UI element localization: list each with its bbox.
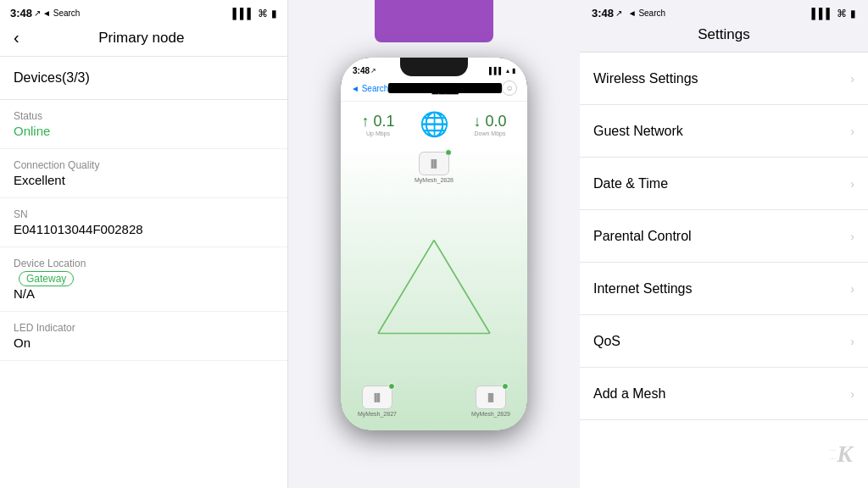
svg-line-0 xyxy=(378,241,434,334)
settings-item-qos[interactable]: QoS › xyxy=(580,315,868,368)
node-label-br: MyMesh_2829 xyxy=(471,411,510,417)
upload-stat: ↑ 0.1 Up Mbps xyxy=(361,113,394,136)
settings-item-add-mesh[interactable]: Add a Mesh › xyxy=(580,368,868,420)
right-status-bar: 3:48 ↗ ◄ Search ▌▌▌ ⌘ ▮ xyxy=(580,0,868,23)
node-icon-br: ▐▌ xyxy=(486,393,497,402)
left-status-bar: 3:48 ↗ ◄ Search ▌▌▌ ⌘ ▮ xyxy=(0,0,287,23)
knome-dots-icon: ······ xyxy=(830,446,837,463)
right-nav-title: Settings xyxy=(593,26,854,43)
gateway-badge: Gateway xyxy=(19,271,74,286)
node-label-top: MyMesh_2828 xyxy=(415,177,453,183)
avatar-icon: ☺ xyxy=(505,84,513,92)
down-arrow-icon: ↓ xyxy=(473,113,481,130)
svg-line-1 xyxy=(434,241,490,334)
wireless-settings-label: Wireless Settings xyxy=(593,71,850,86)
phone-battery-icon: ▮ xyxy=(512,67,515,75)
node-box-top: ▐▌ xyxy=(419,152,449,175)
status-label: Status xyxy=(14,110,274,122)
download-label: Down Mbps xyxy=(473,130,506,136)
knome-watermark: ······ K xyxy=(830,441,853,468)
phone-notch xyxy=(400,58,468,76)
status-item: Status Online xyxy=(0,100,287,149)
upload-label: Up Mbps xyxy=(361,130,394,136)
phone-mesh-area: ▐▌ MyMesh_2828 ▐▌ MyMesh_2827 ▐▌ xyxy=(341,143,527,430)
node-box-bl: ▐▌ xyxy=(362,385,392,409)
left-wifi-icon: ⌘ xyxy=(258,8,268,19)
device-location-row: Gateway xyxy=(14,271,274,286)
node-label-bl: MyMesh_2827 xyxy=(358,411,397,417)
settings-item-parental[interactable]: Parental Control › xyxy=(580,210,868,263)
settings-item-internet[interactable]: Internet Settings › xyxy=(580,263,868,315)
left-nav: ‹ Primary node xyxy=(0,23,287,57)
left-signal-icon: ▌▌▌ xyxy=(232,8,254,19)
internet-settings-label: Internet Settings xyxy=(593,281,850,297)
left-arrow: ↗ xyxy=(34,8,41,18)
wireless-settings-chevron: › xyxy=(850,72,854,86)
led-indicator-label: LED Indicator xyxy=(14,322,274,334)
phone-wifi-icon: ▴ xyxy=(506,67,509,75)
phone-status-icons: ▌▌▌ ▴ ▮ xyxy=(489,67,515,75)
phone-device: 3:48 ↗ ▌▌▌ ▴ ▮ ◄ Search ████ ☺ ↑ xyxy=(341,58,527,430)
phone-avatar[interactable]: ☺ xyxy=(502,80,517,96)
right-panel: 3:48 ↗ ◄ Search ▌▌▌ ⌘ ▮ Settings Wireles… xyxy=(580,0,868,488)
node-icon-top: ▐▌ xyxy=(429,159,440,168)
device-location-item: Device Location Gateway N/A xyxy=(0,247,287,312)
left-nav-title: Primary node xyxy=(30,30,253,47)
guest-network-chevron: › xyxy=(850,125,854,138)
led-indicator-item: LED Indicator On xyxy=(0,312,287,361)
settings-item-guest[interactable]: Guest Network › xyxy=(580,105,868,158)
mesh-node-bottom-right[interactable]: ▐▌ MyMesh_2829 xyxy=(471,385,510,417)
left-back-button[interactable]: ‹ xyxy=(14,28,19,47)
add-mesh-chevron: › xyxy=(850,387,854,401)
device-location-label: Device Location xyxy=(14,258,274,269)
phone-nav: ◄ Search ████ ☺ xyxy=(341,79,527,102)
add-mesh-label: Add a Mesh xyxy=(593,386,850,402)
right-nav: Settings xyxy=(580,23,868,53)
parental-control-label: Parental Control xyxy=(593,229,850,244)
center-phone-area: 3:48 ↗ ▌▌▌ ▴ ▮ ◄ Search ████ ☺ ↑ xyxy=(288,0,580,488)
guest-network-label: Guest Network xyxy=(593,124,850,139)
globe-icon: 🌐 xyxy=(420,110,449,138)
upload-value: ↑ 0.1 xyxy=(361,113,394,130)
right-status-icons: ▌▌▌ ⌘ ▮ xyxy=(811,8,856,19)
led-indicator-value: On xyxy=(14,336,274,350)
right-arrow: ↗ xyxy=(615,8,622,18)
date-time-chevron: › xyxy=(850,177,854,191)
left-search-back: ◄ Search xyxy=(42,8,80,18)
globe-stat: 🌐 xyxy=(420,110,449,138)
up-arrow-icon: ↑ xyxy=(361,113,369,130)
right-wifi-icon: ⌘ xyxy=(837,8,847,19)
sn-label: SN xyxy=(14,208,274,220)
devices-section: Devices(3/3) xyxy=(0,57,287,100)
device-location-value: N/A xyxy=(14,286,274,301)
settings-list: Wireless Settings › Guest Network › Date… xyxy=(580,53,868,488)
phone-arrow: ↗ xyxy=(370,67,376,75)
date-time-label: Date & Time xyxy=(593,176,850,191)
phone-stats: ↑ 0.1 Up Mbps 🌐 ↓ 0.0 Down Mbps xyxy=(341,102,527,143)
settings-item-wireless[interactable]: Wireless Settings › xyxy=(580,53,868,105)
mesh-node-top[interactable]: ▐▌ MyMesh_2828 xyxy=(415,152,453,183)
download-stat: ↓ 0.0 Down Mbps xyxy=(473,113,506,136)
knome-k-logo: K xyxy=(837,441,853,468)
left-time: 3:48 xyxy=(10,7,32,19)
phone-back[interactable]: ◄ Search xyxy=(351,84,388,93)
right-signal-icon: ▌▌▌ xyxy=(811,8,833,19)
connection-quality-label: Connection Quality xyxy=(14,159,274,171)
download-value: ↓ 0.0 xyxy=(473,113,506,130)
qos-chevron: › xyxy=(850,335,854,348)
node-dot-bl xyxy=(388,383,395,390)
mesh-node-bottom-left[interactable]: ▐▌ MyMesh_2827 xyxy=(358,385,397,417)
phone-nav-title: ████ xyxy=(388,83,502,93)
devices-label: Devices(3/3) xyxy=(14,70,90,85)
left-panel: 3:48 ↗ ◄ Search ▌▌▌ ⌘ ▮ ‹ Primary node D… xyxy=(0,0,288,488)
right-battery-icon: ▮ xyxy=(850,8,856,19)
purple-bar xyxy=(375,0,493,42)
sn-value: E0411013044F002828 xyxy=(14,222,274,236)
right-search-back: ◄ Search xyxy=(628,8,665,18)
settings-item-datetime[interactable]: Date & Time › xyxy=(580,158,868,210)
right-time: 3:48 xyxy=(592,7,614,19)
node-dot-top xyxy=(445,149,452,156)
node-dot-br xyxy=(502,383,509,390)
phone-signal-icon: ▌▌▌ xyxy=(489,67,504,75)
node-icon-bl: ▐▌ xyxy=(372,393,383,402)
